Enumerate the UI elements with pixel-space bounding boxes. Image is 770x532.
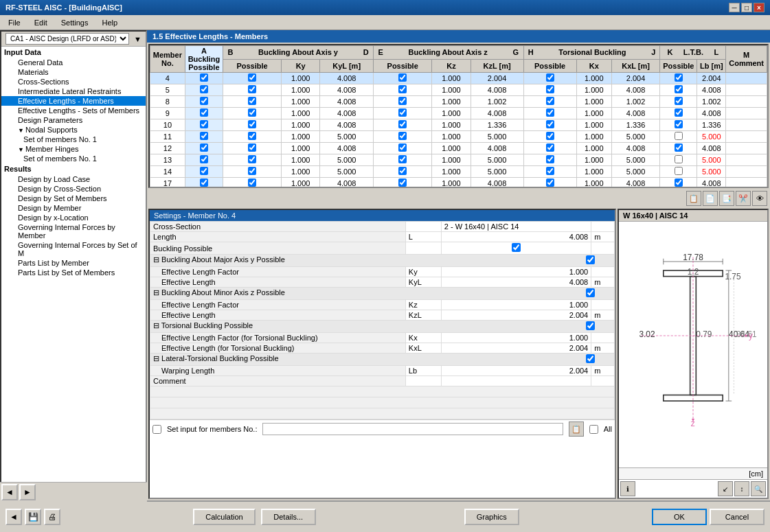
table-cell[interactable] <box>374 108 432 119</box>
sidebar-item-design-set-members[interactable]: Design by Set of Members <box>1 194 146 203</box>
minimize-button[interactable]: ─ <box>729 3 740 12</box>
sidebar-item-effective-lengths-sets[interactable]: Effective Lengths - Sets of Members <box>1 106 146 115</box>
sidebar-item-effective-lengths-members[interactable]: Effective Lengths - Members <box>1 96 146 106</box>
sidebar-item-nodal-supports[interactable]: ▼Nodal Supports <box>1 125 146 135</box>
sidebar-item-hinges-set1[interactable]: Set of members No. 1 <box>1 154 146 163</box>
menu-edit[interactable]: Edit <box>29 17 53 28</box>
toolbar-btn-eye[interactable]: 👁 <box>752 191 767 206</box>
table-cell[interactable] <box>374 154 432 166</box>
table-cell[interactable] <box>185 178 223 189</box>
cancel-button[interactable]: Cancel <box>710 509 765 525</box>
data-table-container[interactable]: MemberNo. ABucklingPossible B Buckling A… <box>148 44 769 188</box>
table-cell[interactable] <box>374 96 432 108</box>
sidebar-item-member-hinges[interactable]: ▼Member Hinges <box>1 144 146 154</box>
menu-help[interactable]: Help <box>96 17 123 28</box>
table-cell[interactable] <box>523 166 576 178</box>
sidebar-item-governing-forces-member[interactable]: Governing Internal Forces by Member <box>1 222 146 240</box>
graphics-button[interactable]: Graphics <box>464 509 519 525</box>
sidebar-item-design-load-case[interactable]: Design by Load Case <box>1 174 146 184</box>
details-button[interactable]: Details... <box>261 509 316 525</box>
sidebar-right-arrow[interactable]: ► <box>19 484 36 500</box>
sidebar-item-general-data[interactable]: General Data <box>1 58 146 67</box>
save-btn[interactable]: 💾 <box>25 509 41 525</box>
sidebar-item-cross-sections[interactable]: Cross-Sections <box>1 77 146 86</box>
table-cell[interactable] <box>223 166 281 178</box>
sidebar-item-design-x-location[interactable]: Design by x-Location <box>1 213 146 222</box>
all-checkbox[interactable] <box>589 425 598 434</box>
table-row[interactable]: 111.0005.0001.0005.0001.0005.0005.000 <box>150 131 767 143</box>
table-row[interactable]: 101.0004.0081.0001.3361.0001.3361.336 <box>150 119 767 131</box>
table-cell[interactable] <box>374 143 432 154</box>
sidebar-item-governing-forces-set[interactable]: Governing Internal Forces by Set of M <box>1 240 146 258</box>
table-cell[interactable] <box>660 119 697 131</box>
sidebar-item-design-member[interactable]: Design by Member <box>1 203 146 213</box>
design-case-selector[interactable]: CA1 - AISC Design (LRFD or ASD) <box>5 33 129 45</box>
table-cell[interactable] <box>185 73 223 84</box>
table-cell[interactable] <box>374 131 432 143</box>
sidebar-item-materials[interactable]: Materials <box>1 67 146 77</box>
nav-back-btn[interactable]: ◄ <box>5 509 22 525</box>
toolbar-btn-1[interactable]: 📋 <box>686 191 701 206</box>
sidebar-left-arrow[interactable]: ◄ <box>1 484 18 500</box>
sidebar-item-parts-list-member[interactable]: Parts List by Member <box>1 258 146 268</box>
table-cell[interactable] <box>660 108 697 119</box>
table-cell[interactable] <box>185 84 223 96</box>
table-cell[interactable] <box>185 143 223 154</box>
sidebar-item-design-parameters[interactable]: Design Parameters <box>1 115 146 125</box>
table-cell[interactable] <box>660 84 697 96</box>
table-cell[interactable] <box>185 119 223 131</box>
table-cell[interactable] <box>523 131 576 143</box>
table-cell[interactable] <box>223 119 281 131</box>
sidebar-item-intermediate-lateral[interactable]: Intermediate Lateral Restraints <box>1 86 146 96</box>
buckling-poss-checkbox[interactable] <box>441 242 591 255</box>
table-row[interactable]: 41.0004.0081.0002.0041.0002.0042.004 <box>150 73 767 84</box>
calculation-button[interactable]: Calculation <box>193 509 255 525</box>
table-cell[interactable] <box>523 119 576 131</box>
table-cell[interactable] <box>223 131 281 143</box>
table-cell[interactable] <box>223 73 281 84</box>
table-row[interactable]: 121.0004.0081.0004.0081.0004.0084.008 <box>150 143 767 154</box>
diagram-tool-3[interactable]: 🔍 <box>751 481 766 496</box>
table-cell[interactable] <box>223 84 281 96</box>
menu-settings[interactable]: Settings <box>56 17 94 28</box>
maximize-button[interactable]: □ <box>741 3 752 12</box>
table-cell[interactable] <box>523 96 576 108</box>
ok-button[interactable]: OK <box>652 509 707 525</box>
table-cell[interactable] <box>523 178 576 189</box>
table-cell[interactable] <box>374 119 432 131</box>
table-cell[interactable] <box>374 166 432 178</box>
table-cell[interactable] <box>660 131 697 143</box>
table-cell[interactable] <box>523 108 576 119</box>
table-row[interactable]: 131.0005.0001.0005.0001.0005.0005.000 <box>150 154 767 166</box>
table-cell[interactable] <box>523 84 576 96</box>
table-cell[interactable] <box>374 84 432 96</box>
table-cell[interactable] <box>223 154 281 166</box>
table-cell[interactable] <box>374 178 432 189</box>
table-cell[interactable] <box>523 143 576 154</box>
table-cell[interactable] <box>185 131 223 143</box>
set-members-btn[interactable]: 📋 <box>569 421 584 437</box>
table-cell[interactable] <box>523 73 576 84</box>
set-members-checkbox[interactable] <box>152 425 161 434</box>
table-cell[interactable] <box>660 166 697 178</box>
table-cell[interactable] <box>185 96 223 108</box>
table-row[interactable]: 51.0004.0081.0004.0081.0004.0084.008 <box>150 84 767 96</box>
diagram-tool-1[interactable]: ↙ <box>718 481 733 496</box>
table-row[interactable]: 81.0004.0081.0001.0021.0001.0021.002 <box>150 96 767 108</box>
toolbar-btn-2[interactable]: 📄 <box>703 191 718 206</box>
table-cell[interactable] <box>660 143 697 154</box>
diagram-info-btn[interactable]: ℹ <box>620 481 635 496</box>
toolbar-btn-3[interactable]: 📑 <box>719 191 734 206</box>
table-cell[interactable] <box>660 154 697 166</box>
table-cell[interactable] <box>660 178 697 189</box>
table-cell[interactable] <box>523 154 576 166</box>
table-cell[interactable] <box>374 73 432 84</box>
table-cell[interactable] <box>223 178 281 189</box>
table-row[interactable]: 91.0004.0081.0004.0081.0004.0084.008 <box>150 108 767 119</box>
table-row[interactable]: 171.0004.0081.0004.0081.0004.0084.008 <box>150 178 767 189</box>
diagram-tool-2[interactable]: ↕ <box>734 481 749 496</box>
table-cell[interactable] <box>185 166 223 178</box>
table-cell[interactable] <box>185 108 223 119</box>
table-cell[interactable] <box>660 73 697 84</box>
table-row[interactable]: 141.0005.0001.0005.0001.0005.0005.000 <box>150 166 767 178</box>
